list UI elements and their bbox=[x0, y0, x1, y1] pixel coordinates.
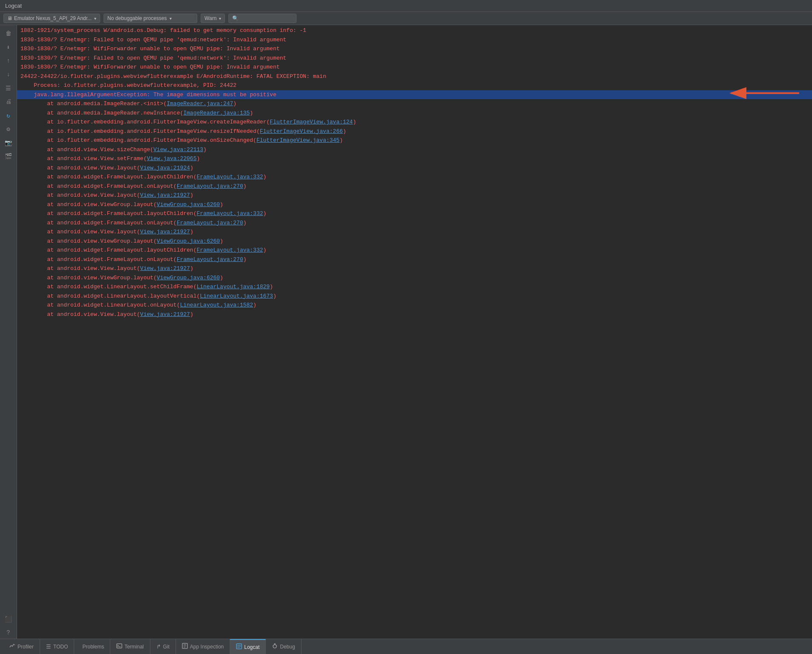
log-line: at android.view.View.layout(View.java:21… bbox=[17, 191, 812, 200]
terminal-tab-label: Terminal bbox=[124, 644, 144, 650]
log-link[interactable]: FlutterImageView.java:124 bbox=[270, 119, 353, 125]
log-line: at android.view.View.layout(View.java:21… bbox=[17, 264, 812, 273]
log-line: Process: io.flutter.plugins.webviewflutt… bbox=[17, 81, 812, 90]
logcat-tab-label: Logcat bbox=[244, 644, 259, 650]
log-link[interactable]: View.java:21927 bbox=[140, 311, 190, 318]
level-label: Warn bbox=[204, 15, 216, 21]
profiler-tab[interactable]: Profiler bbox=[3, 639, 40, 654]
log-line: at android.widget.FrameLayout.layoutChil… bbox=[17, 172, 812, 182]
red-arrow-icon bbox=[727, 85, 803, 105]
todo-tab-label: TODO bbox=[53, 644, 68, 650]
log-line: 1882-1921/system_process W/android.os.De… bbox=[17, 26, 812, 35]
log-line: at android.widget.FrameLayout.onLayout(F… bbox=[17, 218, 812, 228]
log-line: at android.view.ViewGroup.layout(ViewGro… bbox=[17, 237, 812, 246]
log-line: at android.view.View.sizeChange(View.jav… bbox=[17, 145, 812, 155]
level-selector[interactable]: Warn ▾ bbox=[201, 14, 225, 23]
log-line: at android.view.View.layout(View.java:21… bbox=[17, 164, 812, 173]
log-line: at android.view.ViewGroup.layout(ViewGro… bbox=[17, 200, 812, 209]
restart-icon[interactable]: ↻ bbox=[3, 109, 14, 121]
profiler-tab-icon bbox=[9, 643, 15, 650]
record-icon[interactable]: 🎬 bbox=[3, 150, 14, 162]
print-icon[interactable]: 🖨 bbox=[3, 96, 14, 108]
log-line: 24422-24422/io.flutter.plugins.webviewfl… bbox=[17, 72, 812, 81]
help-icon[interactable]: ? bbox=[3, 627, 14, 639]
debug-tab-icon bbox=[272, 643, 278, 650]
debug-tab[interactable]: Debug bbox=[266, 639, 301, 654]
log-link[interactable]: ViewGroup.java:6260 bbox=[157, 275, 220, 281]
log-line: at android.widget.LinearLayout.setChildF… bbox=[17, 282, 812, 292]
search-icon: 🔍 bbox=[232, 15, 239, 21]
clear-logcat-icon[interactable]: 🗑 bbox=[3, 28, 14, 40]
log-link[interactable]: ViewGroup.java:6260 bbox=[157, 201, 220, 208]
git-tab-label: Git bbox=[163, 644, 170, 650]
log-line: at android.widget.LinearLayout.onLayout(… bbox=[17, 301, 812, 310]
log-link[interactable]: View.java:21927 bbox=[140, 229, 190, 235]
todo-tab[interactable]: ☰TODO bbox=[40, 639, 74, 654]
log-link[interactable]: ImageReader.java:135 bbox=[183, 110, 250, 116]
log-line: at android.view.View.setFrame(View.java:… bbox=[17, 154, 812, 164]
log-link[interactable]: FlutterImageView.java:266 bbox=[260, 128, 343, 135]
log-link[interactable]: ImageReader.java:247 bbox=[167, 100, 233, 107]
log-line: at android.media.ImageReader.newInstance… bbox=[17, 109, 812, 118]
log-line: 1830-1830/? E/netmgr: WifiForwarder unab… bbox=[17, 63, 812, 72]
process-label: No debuggable processes bbox=[107, 15, 167, 21]
log-line: at android.view.ViewGroup.layout(ViewGro… bbox=[17, 273, 812, 283]
log-content[interactable]: 1882-1921/system_process W/android.os.De… bbox=[17, 25, 812, 639]
sidebar: 🗑 ⬇ ↑ ↓ ☰ 🖨 ↻ ⚙ 📷 🎬 ⬛ ? bbox=[0, 25, 17, 639]
log-link[interactable]: FrameLayout.java:270 bbox=[177, 183, 243, 189]
scroll-up-icon[interactable]: ↑ bbox=[3, 55, 14, 67]
log-line: at android.widget.FrameLayout.onLayout(F… bbox=[17, 182, 812, 191]
log-line: at android.view.View.layout(View.java:21… bbox=[17, 227, 812, 237]
chevron-down-icon: ▾ bbox=[94, 16, 96, 21]
log-line: 1830-1830/? E/netmgr: Failed to open QEM… bbox=[17, 54, 812, 63]
screenshot-icon[interactable]: 📷 bbox=[3, 137, 14, 149]
problems-tab-label: Problems bbox=[82, 644, 104, 650]
todo-tab-icon: ☰ bbox=[46, 643, 51, 650]
monitor-icon: 🖥 bbox=[7, 15, 12, 21]
log-link[interactable]: View.java:22113 bbox=[153, 146, 203, 153]
log-link[interactable]: LinearLayout.java:1673 bbox=[200, 293, 273, 299]
terminal-tab-icon bbox=[116, 643, 122, 650]
terminal-tab[interactable]: Terminal bbox=[110, 639, 150, 654]
log-line: 1830-1830/? E/netmgr: WifiForwarder unab… bbox=[17, 44, 812, 54]
app-inspection-tab-icon bbox=[182, 643, 188, 650]
log-line: at io.flutter.embedding.android.FlutterI… bbox=[17, 118, 812, 127]
problems-tab[interactable]: Problems bbox=[74, 639, 110, 654]
log-link[interactable]: View.java:21924 bbox=[140, 165, 190, 171]
log-link[interactable]: FrameLayout.java:332 bbox=[196, 210, 263, 217]
settings-icon[interactable]: ⚙ bbox=[3, 123, 14, 135]
app-title: Logcat bbox=[5, 3, 22, 9]
log-line: at android.widget.FrameLayout.layoutChil… bbox=[17, 246, 812, 255]
scroll-to-end-icon[interactable]: ⬇ bbox=[3, 41, 14, 53]
log-link[interactable]: FrameLayout.java:332 bbox=[196, 174, 263, 180]
stop-icon[interactable]: ⬛ bbox=[3, 613, 14, 625]
debug-tab-label: Debug bbox=[280, 644, 295, 650]
log-link[interactable]: View.java:21927 bbox=[140, 265, 190, 272]
log-link[interactable]: View.java:22065 bbox=[147, 155, 196, 162]
search-box[interactable]: 🔍 bbox=[228, 14, 297, 23]
device-selector[interactable]: 🖥 Emulator Nexus_5_API_29 Andr... ▾ bbox=[3, 14, 100, 23]
app-inspection-tab[interactable]: App Inspection bbox=[176, 639, 230, 654]
toolbar: 🖥 Emulator Nexus_5_API_29 Andr... ▾ No d… bbox=[0, 12, 812, 25]
log-link[interactable]: FrameLayout.java:332 bbox=[196, 247, 263, 253]
log-link[interactable]: ViewGroup.java:6260 bbox=[157, 238, 220, 244]
device-label: Emulator Nexus_5_API_29 Andr... bbox=[14, 15, 92, 21]
log-link[interactable]: LinearLayout.java:1829 bbox=[196, 284, 270, 290]
process-selector[interactable]: No debuggable processes ▾ bbox=[104, 14, 197, 23]
log-line: at android.widget.LinearLayout.layoutVer… bbox=[17, 292, 812, 301]
svg-rect-2 bbox=[117, 644, 122, 648]
log-line: at android.widget.FrameLayout.onLayout(F… bbox=[17, 255, 812, 264]
log-link[interactable]: LinearLayout.java:1582 bbox=[180, 302, 253, 308]
chevron-down-icon: ▾ bbox=[219, 16, 221, 21]
filter-icon[interactable]: ☰ bbox=[3, 82, 14, 94]
log-link[interactable]: FlutterImageView.java:345 bbox=[256, 137, 340, 143]
log-link[interactable]: View.java:21927 bbox=[140, 192, 190, 198]
log-link[interactable]: FrameLayout.java:270 bbox=[177, 256, 243, 263]
git-tab[interactable]: ↱Git bbox=[150, 639, 176, 654]
status-bar: Profiler☰TODOProblemsTerminal↱GitApp Ins… bbox=[0, 639, 812, 654]
scroll-down-icon[interactable]: ↓ bbox=[3, 69, 14, 80]
log-link[interactable]: FrameLayout.java:270 bbox=[177, 220, 243, 226]
logcat-tab-icon bbox=[236, 643, 242, 651]
log-line: 1830-1830/? E/netmgr: Failed to open QEM… bbox=[17, 35, 812, 45]
logcat-tab[interactable]: Logcat bbox=[230, 639, 266, 654]
